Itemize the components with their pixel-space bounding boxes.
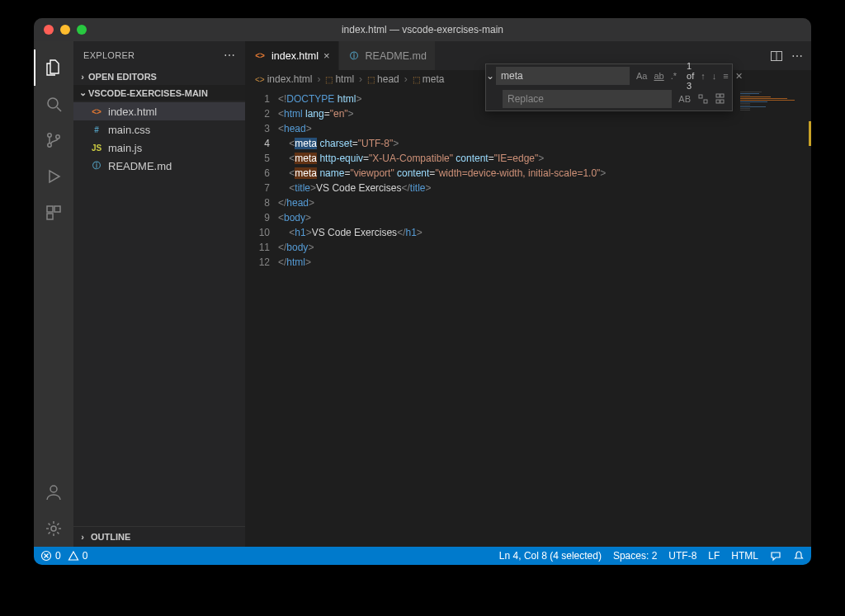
minimap-scroll-indicator (809, 121, 811, 146)
search-tab[interactable] (34, 86, 73, 122)
svg-point-8 (50, 486, 57, 492)
svg-point-2 (48, 134, 51, 137)
editor-more-button[interactable]: ⋯ (791, 49, 803, 63)
replace-input[interactable] (503, 90, 672, 108)
account-icon (44, 482, 64, 502)
chevron-right-icon: › (77, 532, 88, 542)
sidebar-more-button[interactable]: ⋯ (224, 49, 235, 62)
chevron-down-icon: ⌄ (77, 87, 88, 98)
extensions-tab[interactable] (34, 195, 73, 231)
status-bar: 0 0 Ln 4, Col 8 (4 selected) Spaces: 2 U… (34, 547, 811, 565)
status-warnings[interactable]: 0 (68, 550, 88, 562)
open-editors-section[interactable]: › OPEN EDITORS (73, 68, 245, 85)
minimap[interactable] (737, 88, 811, 547)
editor-tab-index-html[interactable]: <>index.html× (245, 41, 339, 70)
window-title: index.html — vscode-exercises-main (34, 24, 811, 35)
html-file-icon: <> (90, 105, 103, 118)
file-item-main-css[interactable]: #main.css (73, 120, 245, 139)
md-file-icon: ⓘ (90, 159, 103, 172)
activity-bar (34, 41, 73, 547)
split-icon (770, 49, 783, 63)
svg-point-9 (51, 526, 56, 531)
line-gutter: 123456789101112 (245, 88, 278, 547)
file-item-README-md[interactable]: ⓘREADME.md (73, 157, 245, 175)
sidebar-title: EXPLORER (83, 50, 135, 60)
gear-icon (44, 519, 64, 538)
svg-rect-5 (47, 206, 53, 212)
file-name: README.md (108, 160, 172, 172)
editor-group: <>index.html×ⓘREADME.md ⋯ <>index.html›⬚… (245, 41, 811, 547)
svg-point-4 (56, 135, 59, 139)
svg-rect-7 (47, 214, 53, 219)
breadcrumb-item[interactable]: ⬚head (367, 73, 399, 85)
chevron-right-icon: › (77, 72, 88, 82)
toggle-replace-button[interactable]: ⌄ (486, 70, 494, 82)
code-content[interactable]: <!DOCTYPE html><html lang="en"><head> <m… (278, 88, 606, 547)
extensions-icon (44, 203, 64, 223)
status-language[interactable]: HTML (731, 550, 758, 562)
match-case-button[interactable]: Aa (635, 69, 649, 82)
replace-icon (697, 93, 709, 105)
error-icon (40, 550, 52, 562)
js-file-icon: JS (90, 141, 103, 154)
warning-icon (68, 550, 79, 562)
replace-all-button[interactable] (714, 92, 729, 106)
settings-button[interactable] (34, 510, 73, 547)
run-debug-tab[interactable] (34, 158, 73, 195)
replace-all-icon (715, 93, 727, 105)
bell-icon (793, 550, 805, 562)
folder-section[interactable]: ⌄ VSCODE-EXERCISES-MAIN (73, 85, 245, 101)
search-icon (44, 94, 64, 114)
match-whole-word-button[interactable]: ab (652, 69, 665, 82)
regex-button[interactable]: .* (669, 69, 678, 82)
svg-point-3 (48, 143, 51, 147)
outline-section[interactable]: › OUTLINE (73, 526, 245, 547)
file-item-main-js[interactable]: JSmain.js (73, 139, 245, 157)
close-window-button[interactable] (44, 25, 54, 35)
titlebar[interactable]: index.html — vscode-exercises-main (34, 18, 811, 41)
status-notifications[interactable] (793, 550, 805, 562)
split-editor-button[interactable] (770, 49, 783, 63)
replace-one-button[interactable] (696, 92, 710, 106)
svg-rect-20 (720, 100, 724, 103)
file-item-index-html[interactable]: <>index.html (73, 102, 245, 120)
explorer-sidebar: EXPLORER ⋯ › OPEN EDITORS ⌄ VSCODE-EXERC… (73, 41, 245, 547)
html-file-icon: <> (253, 49, 267, 63)
code-editor[interactable]: 123456789101112 <!DOCTYPE html><html lan… (245, 88, 811, 547)
breadcrumb-item[interactable]: ⬚html (325, 73, 354, 85)
source-control-tab[interactable] (34, 122, 73, 158)
svg-line-1 (57, 107, 61, 111)
svg-rect-15 (699, 95, 702, 98)
close-find-button[interactable]: ✕ (734, 69, 744, 83)
breadcrumb-item[interactable]: ⬚meta (413, 73, 445, 85)
maximize-window-button[interactable] (77, 25, 87, 35)
play-icon (44, 167, 64, 186)
accounts-button[interactable] (34, 474, 73, 510)
close-tab-button[interactable]: × (323, 49, 330, 62)
branch-icon (44, 130, 64, 150)
vscode-window: index.html — vscode-exercises-main (34, 18, 811, 565)
svg-rect-19 (716, 100, 720, 103)
status-cursor[interactable]: Ln 4, Col 8 (4 selected) (499, 550, 602, 562)
next-match-button[interactable]: ↓ (710, 69, 719, 82)
preserve-case-button[interactable]: AB (677, 92, 692, 106)
find-input[interactable] (496, 67, 630, 85)
status-feedback[interactable] (770, 550, 781, 562)
find-in-selection-button[interactable]: ≡ (721, 69, 729, 82)
svg-rect-6 (54, 206, 60, 212)
folder-name: VSCODE-EXERCISES-MAIN (88, 88, 208, 98)
file-name: main.js (108, 142, 142, 154)
status-errors[interactable]: 0 (40, 550, 61, 562)
editor-tab-README-md[interactable]: ⓘREADME.md (339, 41, 436, 70)
status-eol[interactable]: LF (708, 550, 720, 562)
previous-match-button[interactable]: ↑ (699, 69, 707, 82)
explorer-tab[interactable] (34, 49, 73, 86)
status-spaces[interactable]: Spaces: 2 (613, 550, 657, 562)
minimize-window-button[interactable] (60, 25, 70, 35)
breadcrumb-item[interactable]: <>index.html (255, 73, 312, 85)
svg-point-0 (48, 98, 58, 108)
svg-rect-18 (720, 94, 724, 97)
tab-label: README.md (366, 50, 427, 62)
find-replace-widget: ⌄ Aa ab .* 1 of 3 ↑ ↓ ≡ ✕ AB (485, 63, 733, 111)
status-encoding[interactable]: UTF-8 (668, 550, 696, 562)
